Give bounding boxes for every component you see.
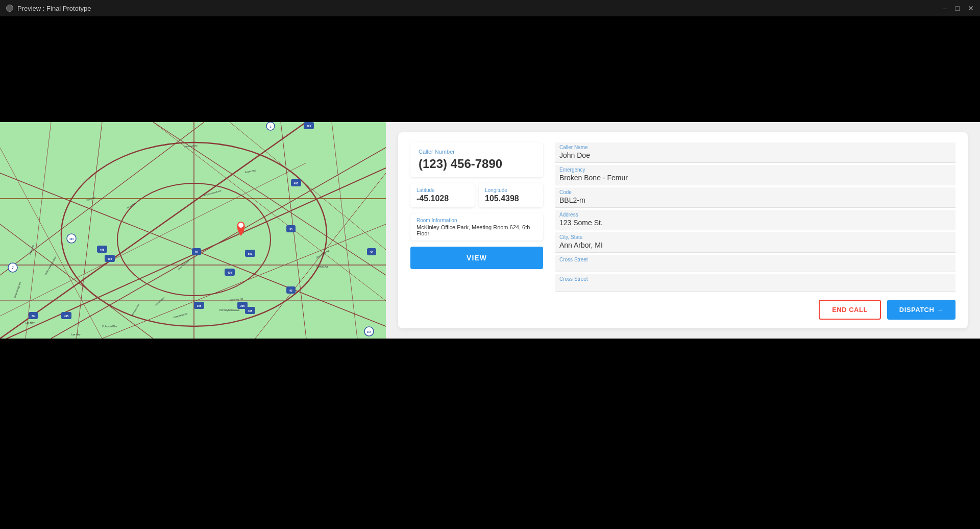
- room-info-label: Room Information: [416, 218, 537, 223]
- svg-text:410: 410: [228, 271, 232, 274]
- cross-street-1-label: Cross Street: [559, 257, 951, 262]
- svg-text:Columbia Pike: Columbia Pike: [102, 325, 117, 328]
- caller-number-value: (123) 456-7890: [419, 157, 535, 171]
- city-state-field: City, State Ann Arbor, MI: [555, 232, 955, 253]
- svg-text:395: 395: [240, 304, 245, 307]
- svg-text:7: 7: [12, 266, 14, 270]
- svg-text:Lee Hwy: Lee Hwy: [26, 322, 35, 324]
- longitude-box: Longitude 105.4398: [479, 183, 543, 207]
- latitude-label: Latitude: [416, 187, 469, 193]
- caller-name-label: Caller Name: [559, 145, 951, 150]
- cross-street-2-field[interactable]: Cross Street: [555, 274, 955, 292]
- caller-name-value: John Doe: [559, 151, 951, 159]
- window-controls[interactable]: – □ ✕: [943, 4, 974, 12]
- svg-text:495: 495: [100, 248, 105, 251]
- address-value: 123 Some St.: [559, 219, 951, 227]
- svg-text:Pennsylvania Ave: Pennsylvania Ave: [219, 308, 240, 311]
- caller-number-box: Caller Number (123) 456-7890: [410, 142, 543, 177]
- svg-text:410: 410: [108, 257, 112, 260]
- svg-text:66: 66: [32, 315, 35, 318]
- emergency-value: Broken Bone - Femur: [559, 174, 951, 182]
- top-black-area: [0, 16, 980, 122]
- room-info-box: Room Information McKinley Office Park, M…: [410, 213, 543, 241]
- info-panel: Caller Number (123) 456-7890 Latitude -4…: [398, 132, 968, 328]
- longitude-label: Longitude: [485, 187, 537, 193]
- svg-text:95: 95: [289, 228, 292, 231]
- title-bar-text: Preview : Final Prototype: [17, 5, 91, 12]
- longitude-value: 105.4398: [485, 194, 537, 203]
- emergency-label: Emergency: [559, 167, 951, 173]
- svg-text:Lee Hwy: Lee Hwy: [71, 333, 81, 336]
- view-button[interactable]: VIEW: [410, 247, 543, 269]
- caller-info-panel: Caller Number (123) 456-7890 Latitude -4…: [410, 142, 543, 318]
- svg-text:50: 50: [370, 251, 373, 254]
- panel-container: Caller Number (123) 456-7890 Latitude -4…: [386, 122, 980, 339]
- svg-text:501: 501: [248, 252, 253, 255]
- caller-number-label: Caller Number: [419, 149, 535, 155]
- title-bar: Preview : Final Prototype – □ ✕: [0, 0, 980, 16]
- dispatch-button[interactable]: DISPATCH →: [887, 300, 955, 320]
- app-wrapper: 495 495 495 495 95: [0, 16, 980, 529]
- bottom-black-area: [0, 339, 980, 529]
- latitude-value: -45.1028: [416, 194, 469, 203]
- svg-text:95: 95: [195, 251, 198, 254]
- app-icon: [6, 5, 13, 12]
- svg-text:193: 193: [69, 237, 74, 241]
- svg-text:495: 495: [294, 182, 299, 185]
- svg-text:395: 395: [197, 304, 202, 307]
- svg-text:495: 495: [64, 315, 69, 318]
- close-button[interactable]: ✕: [968, 4, 974, 12]
- svg-text:95: 95: [289, 289, 292, 292]
- end-call-button[interactable]: END CALL: [819, 300, 881, 320]
- action-buttons: END CALL DISPATCH →: [555, 294, 955, 320]
- city-state-label: City, State: [559, 234, 951, 240]
- svg-text:Central Ave: Central Ave: [316, 266, 329, 268]
- svg-text:295: 295: [307, 125, 311, 128]
- address-label: Address: [559, 212, 951, 218]
- room-info-value: McKinley Office Park, Meeting Room 624, …: [416, 224, 537, 236]
- code-field: Code BBL2-m: [555, 187, 955, 208]
- details-panel: Caller Name John Doe Emergency Broken Bo…: [555, 142, 955, 318]
- middle-row: 495 495 495 495 95: [0, 122, 980, 339]
- code-label: Code: [559, 189, 951, 195]
- maximize-button[interactable]: □: [955, 4, 960, 12]
- minimize-button[interactable]: –: [943, 4, 947, 12]
- cross-street-1-field[interactable]: Cross Street: [555, 255, 955, 272]
- svg-text:214: 214: [367, 330, 372, 333]
- coords-row: Latitude -45.1028 Longitude 105.4398: [410, 183, 543, 207]
- caller-name-field: Caller Name John Doe: [555, 142, 955, 163]
- code-value: BBL2-m: [559, 196, 951, 204]
- svg-point-94: [238, 223, 243, 228]
- address-field: Address 123 Some St.: [555, 210, 955, 230]
- map-container: 495 495 495 495 95: [0, 122, 386, 339]
- cross-street-2-label: Cross Street: [559, 276, 951, 282]
- svg-rect-0: [0, 122, 386, 339]
- latitude-box: Latitude -45.1028: [410, 183, 475, 207]
- city-state-value: Ann Arbor, MI: [559, 241, 951, 249]
- emergency-field: Emergency Broken Bone - Femur: [555, 165, 955, 185]
- svg-text:495: 495: [248, 309, 253, 312]
